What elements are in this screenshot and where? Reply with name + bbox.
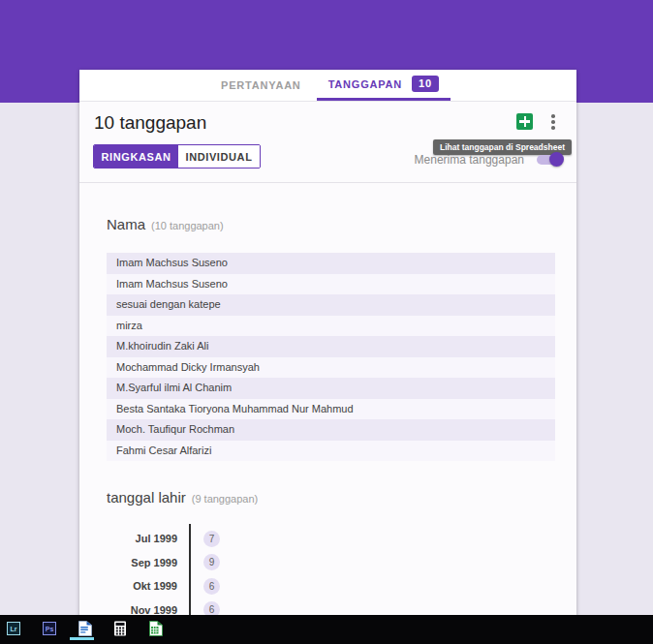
- chart-value-bubble: 9: [203, 554, 220, 570]
- section-tanggal-lahir-title: tanggal lahir: [107, 489, 186, 506]
- view-switcher: RINGKASAN INDIVIDUAL: [93, 144, 261, 169]
- form-tabbar: PERTANYAAN TANGGAPAN 10: [79, 70, 576, 102]
- writer-document-icon: [77, 621, 92, 636]
- chart-row: Okt 1999 6: [108, 574, 220, 598]
- taskbar-writer-button[interactable]: [77, 621, 92, 636]
- more-options-icon[interactable]: [551, 114, 555, 130]
- taskbar-calc-button[interactable]: [147, 621, 163, 636]
- ringkasan-button[interactable]: RINGKASAN: [94, 145, 178, 168]
- os-taskbar: Lr Ps: [0, 615, 653, 644]
- list-item: M.khoirudin Zaki Ali: [107, 336, 555, 357]
- list-item: Moch. Taufiqur Rochman: [107, 419, 555, 441]
- view-in-spreadsheet-icon[interactable]: [516, 113, 533, 130]
- nama-responses-list: Imam Machsus Suseno Imam Machsus Suseno …: [107, 253, 555, 461]
- list-item: M.Syarful ilmi Al Chanim: [107, 378, 555, 399]
- list-item: Imam Machsus Suseno: [107, 253, 555, 274]
- calc-spreadsheet-icon: [147, 621, 163, 636]
- taskbar-lightroom-button[interactable]: Lr: [6, 621, 21, 636]
- form-responses-card: PERTANYAAN TANGGAPAN 10 10 tanggapan RIN…: [79, 70, 576, 644]
- photoshop-icon: Ps: [43, 622, 56, 635]
- page-title: 10 tanggapan: [94, 112, 206, 134]
- responses-count-badge: 10: [412, 76, 439, 92]
- chart-tick-label: Sep 1999: [108, 557, 177, 568]
- section-nama-heading: Nama(10 tanggapan): [107, 216, 224, 232]
- tab-tanggapan[interactable]: TANGGAPAN 10: [317, 70, 451, 101]
- section-nama-count: (10 tanggapan): [151, 220, 224, 231]
- list-item: mirza: [107, 316, 555, 337]
- chart-tick-label: Jul 1999: [108, 533, 177, 544]
- chart-value-bubble: 7: [203, 531, 220, 547]
- lightroom-icon: Lr: [7, 622, 20, 635]
- list-item: Mochammad Dicky Irmansyah: [107, 357, 555, 379]
- accepting-responses-row: Menerima tanggapan: [415, 153, 562, 167]
- chart-row: Jul 1999 7: [108, 527, 220, 551]
- tanggal-lahir-chart: Jul 1999 7 Sep 1999 9 Okt 1999 6 Nov 199…: [108, 527, 220, 622]
- chart-value-bubble: 6: [203, 578, 220, 595]
- chart-tick-label: Nov 1999: [108, 604, 177, 616]
- section-tanggal-lahir-heading: tanggal lahir(9 tanggapan): [107, 489, 258, 506]
- list-item: Besta Santaka Tioryona Muhammad Nur Mahm…: [107, 399, 555, 420]
- list-item: sesuai dengan katepe: [107, 294, 555, 316]
- header-divider: [79, 182, 576, 183]
- tab-tanggapan-label: TANGGAPAN: [328, 78, 402, 90]
- toggle-thumb: [549, 152, 564, 167]
- section-tanggal-lahir-count: (9 tanggapan): [192, 493, 259, 505]
- accepting-responses-label: Menerima tanggapan: [415, 153, 524, 167]
- taskbar-photoshop-button[interactable]: Ps: [42, 621, 57, 636]
- tab-pertanyaan[interactable]: PERTANYAAN: [205, 70, 317, 101]
- individual-button[interactable]: INDIVIDUAL: [178, 145, 260, 168]
- chart-tick-label: Okt 1999: [108, 580, 177, 592]
- accepting-responses-toggle[interactable]: [537, 155, 562, 165]
- section-nama-title: Nama: [107, 216, 145, 232]
- taskbar-active-indicator: [70, 637, 94, 640]
- taskbar-calculator-button[interactable]: [112, 621, 128, 636]
- chart-row: Sep 1999 9: [108, 551, 220, 575]
- list-item: Imam Machsus Suseno: [107, 274, 555, 295]
- list-item: Fahmi Cesar Alfarizi: [107, 441, 555, 462]
- screen: PERTANYAAN TANGGAPAN 10 10 tanggapan RIN…: [0, 0, 653, 644]
- calculator-icon: [113, 621, 127, 636]
